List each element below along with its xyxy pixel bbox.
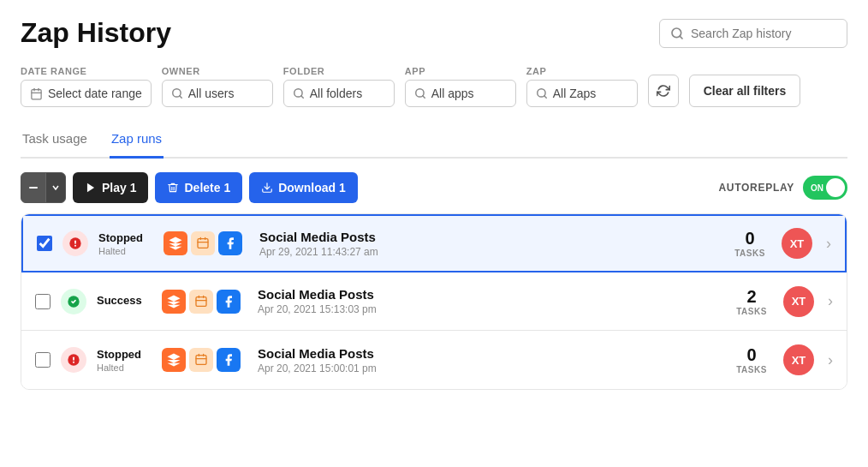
status-name-1: Stopped (98, 231, 146, 244)
avatar-2: XT (783, 286, 814, 317)
app-icons-3 (162, 348, 241, 372)
zap-label: ZAP (526, 66, 638, 76)
status-info-3: Stopped Halted (97, 348, 145, 373)
svg-rect-14 (29, 187, 38, 189)
app-filter: APP All apps (405, 66, 516, 107)
status-icon-success-2 (61, 289, 86, 314)
svg-line-11 (422, 96, 425, 99)
zap-filter: ZAP All Zaps (526, 66, 638, 107)
download-button[interactable]: Download 1 (249, 172, 358, 203)
svg-line-13 (544, 96, 546, 99)
status-icon-stopped-1 (62, 231, 88, 256)
timer-app-icon-2 (189, 290, 213, 314)
zap-select[interactable]: All Zaps (526, 80, 638, 107)
row-checkbox-2[interactable] (35, 294, 51, 309)
status-info-2: Success (97, 294, 145, 308)
delete-button[interactable]: Delete 1 (155, 172, 242, 203)
select-all-button[interactable] (21, 172, 66, 203)
search-input[interactable] (691, 27, 836, 40)
owner-value: All users (188, 87, 235, 100)
chevron-right-icon-1[interactable]: › (826, 235, 831, 253)
tasks-section-3: 0 TASKS (730, 345, 773, 374)
folder-select[interactable]: All folders (283, 80, 395, 107)
play-button-label: Play 1 (102, 181, 136, 195)
timer-app-icon-1 (191, 231, 215, 255)
app-icons-1 (163, 231, 242, 255)
avatar-3: XT (783, 344, 814, 375)
search-icon-owner (171, 87, 183, 99)
tab-zap-runs[interactable]: Zap runs (110, 124, 163, 159)
search-icon-folder (293, 87, 305, 99)
select-all-chevron-icon[interactable] (45, 173, 65, 202)
zap-name-section-1: Social Media Posts Apr 29, 2021 11:43:27… (259, 230, 718, 258)
zap-date-1: Apr 29, 2021 11:43:27 am (259, 246, 718, 258)
fb-app-icon-2 (217, 290, 241, 314)
zap-name-3: Social Media Posts (258, 346, 720, 361)
page-header: Zap History (21, 17, 847, 49)
table-row[interactable]: Stopped Halted Social Media Posts Apr 20… (21, 331, 847, 389)
autoreplay-toggle[interactable]: ON (803, 176, 847, 200)
app-label: APP (405, 66, 516, 76)
search-icon-zap (536, 87, 548, 99)
tasks-count-1: 0 (745, 229, 754, 248)
zapier-app-icon-3 (162, 348, 186, 372)
owner-label: OWNER (162, 66, 273, 76)
fb-app-icon-1 (218, 231, 242, 255)
owner-filter: OWNER All users (162, 66, 273, 107)
calendar-icon (30, 87, 43, 100)
zap-date-3: Apr 20, 2021 15:00:01 pm (258, 362, 720, 374)
chevron-right-icon-2[interactable]: › (828, 292, 833, 310)
fb-app-icon-3 (217, 348, 241, 372)
tab-task-usage[interactable]: Task usage (21, 124, 89, 159)
status-info-1: Stopped Halted (98, 231, 146, 256)
date-range-value: Select date range (48, 87, 142, 100)
status-icon-stopped-3 (61, 347, 86, 373)
table-row[interactable]: Stopped Halted Social Media Posts Apr 29… (21, 214, 847, 272)
tasks-section-2: 2 TASKS (730, 287, 773, 316)
row-checkbox-3[interactable] (35, 352, 51, 368)
row-checkbox-1[interactable] (37, 236, 52, 251)
svg-line-1 (680, 36, 682, 39)
status-name-3: Stopped (97, 348, 145, 361)
zap-name-section-3: Social Media Posts Apr 20, 2021 15:00:01… (258, 346, 720, 374)
table-row[interactable]: Success Social Media Posts Apr 20, 2021 … (21, 272, 847, 331)
status-name-2: Success (97, 294, 145, 307)
select-all-minus-icon[interactable] (21, 173, 45, 202)
download-icon (261, 182, 273, 194)
search-box[interactable] (659, 19, 847, 48)
svg-rect-20 (198, 239, 208, 248)
tasks-label-1: TASKS (734, 248, 765, 258)
refresh-button[interactable] (648, 75, 679, 107)
svg-marker-15 (87, 183, 94, 193)
tasks-section-1: 0 TASKS (728, 229, 771, 258)
folder-filter: FOLDER All folders (283, 66, 395, 107)
app-value: All apps (431, 87, 474, 100)
date-range-select[interactable]: Select date range (21, 80, 152, 107)
toolbar-left: Play 1 Delete 1 Download 1 (21, 172, 358, 203)
zap-name-2: Social Media Posts (258, 287, 720, 302)
avatar-1: XT (782, 228, 812, 259)
chevron-right-icon-3[interactable]: › (828, 351, 833, 369)
svg-rect-26 (196, 356, 206, 365)
tasks-label-3: TASKS (736, 365, 767, 374)
toggle-on-label: ON (811, 183, 823, 193)
zap-value: All Zaps (553, 87, 597, 100)
trash-icon (167, 182, 179, 194)
app-select[interactable]: All apps (405, 80, 516, 107)
date-range-filter: DATE RANGE Select date range (21, 66, 152, 107)
timer-app-icon-3 (189, 348, 213, 372)
zap-list: Stopped Halted Social Media Posts Apr 29… (21, 213, 847, 390)
tasks-count-2: 2 (746, 287, 756, 307)
page-title: Zap History (21, 17, 171, 49)
refresh-icon (657, 84, 670, 98)
clear-filters-label: Clear all filters (704, 84, 787, 98)
clear-filters-button[interactable]: Clear all filters (689, 75, 801, 107)
zapier-app-icon-2 (162, 290, 186, 314)
play-button[interactable]: Play 1 (73, 172, 148, 203)
tabs-bar: Task usage Zap runs (21, 124, 847, 159)
owner-select[interactable]: All users (162, 80, 273, 107)
date-range-label: DATE RANGE (21, 66, 152, 76)
status-sub-1: Halted (98, 246, 146, 256)
autoreplay-section: AUTOREPLAY ON (718, 176, 847, 200)
svg-rect-2 (32, 89, 41, 99)
